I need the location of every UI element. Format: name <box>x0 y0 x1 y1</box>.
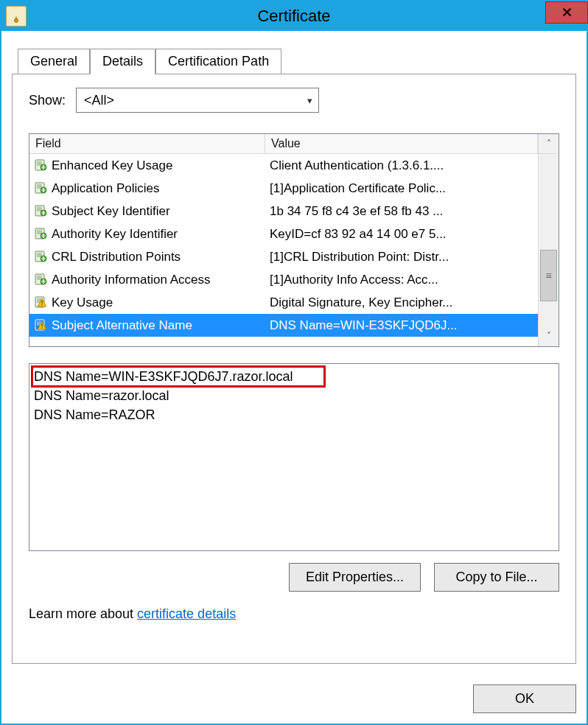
certificate-property-icon <box>32 296 50 309</box>
scroll-up-button[interactable]: ˄ <box>538 134 559 153</box>
certificate-app-icon <box>6 6 27 27</box>
fields-listbox: Field Value ˄ Enhanced Key UsageClient A… <box>29 133 559 347</box>
dialog-footer: OK <box>1 674 587 724</box>
table-row[interactable]: Subject Alternative NameDNS Name=WIN-E3S… <box>29 314 538 337</box>
svg-rect-44 <box>41 323 42 326</box>
table-row[interactable]: Application Policies[1]Application Certi… <box>29 177 538 200</box>
row-value: Digital Signature, Key Encipher... <box>265 295 538 310</box>
details-panel: Show: <All> ▾ Field Value ˄ Enhanced Key… <box>12 74 576 664</box>
row-field: Enhanced Key Usage <box>50 158 265 173</box>
table-row[interactable]: CRL Distribution Points[1]CRL Distributi… <box>29 245 538 268</box>
chevron-down-icon: ▾ <box>307 95 312 106</box>
certificate-property-icon <box>32 251 50 264</box>
rows-container: Enhanced Key UsageClient Authentication … <box>29 154 538 346</box>
table-row[interactable]: Key UsageDigital Signature, Key Encipher… <box>29 291 538 314</box>
column-value[interactable]: Value <box>265 134 538 153</box>
svg-rect-1 <box>15 17 17 20</box>
details-line: DNS Name=razor.local <box>34 386 554 405</box>
edit-properties-button[interactable]: Edit Properties... <box>289 563 421 592</box>
list-header: Field Value ˄ <box>29 134 559 154</box>
scrollbar-track[interactable]: ≡ <box>539 154 559 326</box>
vertical-scrollbar[interactable]: ≡ ˅ <box>538 154 559 346</box>
window-title: Certificate <box>1 7 587 26</box>
certificate-property-icon <box>32 228 50 241</box>
scroll-down-button[interactable]: ˅ <box>539 326 559 346</box>
certificate-property-icon <box>32 273 50 287</box>
table-row[interactable]: Authority Key IdentifierKeyID=cf 83 92 a… <box>29 223 538 245</box>
copy-to-file-button[interactable]: Copy to File... <box>434 563 559 592</box>
table-row[interactable]: Authority Information Access[1]Authority… <box>29 268 538 291</box>
titlebar: Certificate ✕ <box>1 1 587 31</box>
tab-certification-path[interactable]: Certification Path <box>155 49 281 74</box>
table-row[interactable]: Enhanced Key UsageClient Authentication … <box>29 154 538 177</box>
ok-button[interactable]: OK <box>473 684 576 713</box>
row-field: Key Usage <box>50 295 265 310</box>
show-label: Show: <box>29 93 66 108</box>
details-line: DNS Name=WIN-E3SKFJQD6J7.razor.local <box>34 367 554 386</box>
tab-general[interactable]: General <box>18 49 90 74</box>
learn-more: Learn more about certificate details <box>29 606 559 622</box>
certificate-property-icon <box>32 205 50 218</box>
certificate-property-icon <box>32 319 50 332</box>
row-value: Client Authentication (1.3.6.1.... <box>265 158 538 173</box>
close-button[interactable]: ✕ <box>545 1 588 24</box>
certificate-dialog: Certificate ✕ General Details Certificat… <box>0 0 588 725</box>
button-row: Edit Properties... Copy to File... <box>29 563 559 592</box>
column-field[interactable]: Field <box>29 134 265 153</box>
client-area: General Details Certification Path Show:… <box>1 31 587 674</box>
row-field: Authority Key Identifier <box>50 227 265 242</box>
show-select[interactable]: <All> ▾ <box>76 88 319 113</box>
table-row[interactable]: Subject Key Identifier1b 34 75 f8 c4 3e … <box>29 200 538 223</box>
svg-rect-37 <box>41 301 42 304</box>
row-value: [1]Authority Info Access: Acc... <box>265 273 538 287</box>
svg-rect-45 <box>41 327 42 328</box>
row-field: Subject Alternative Name <box>50 318 265 333</box>
row-field: Subject Key Identifier <box>50 204 265 219</box>
learn-more-prefix: Learn more about <box>29 606 137 621</box>
show-selected-value: <All> <box>84 93 114 108</box>
details-textbox[interactable]: DNS Name=WIN-E3SKFJQD6J7.razor.localDNS … <box>29 363 559 551</box>
svg-rect-38 <box>41 304 42 305</box>
tabstrip: General Details Certification Path <box>18 46 576 74</box>
certificate-details-link[interactable]: certificate details <box>137 606 236 621</box>
certificate-property-icon <box>32 182 50 195</box>
row-field: CRL Distribution Points <box>50 250 265 265</box>
certificate-property-icon <box>32 159 50 172</box>
scrollbar-thumb[interactable]: ≡ <box>540 250 557 301</box>
details-line: DNS Name=RAZOR <box>34 405 554 424</box>
tab-details[interactable]: Details <box>90 49 155 74</box>
show-row: Show: <All> ▾ <box>29 88 559 113</box>
row-value: KeyID=cf 83 92 a4 14 00 e7 5... <box>265 227 538 242</box>
details-lines: DNS Name=WIN-E3SKFJQD6J7.razor.localDNS … <box>34 367 554 424</box>
row-field: Authority Information Access <box>50 273 265 287</box>
close-icon: ✕ <box>561 4 573 21</box>
row-field: Application Policies <box>50 181 265 196</box>
row-value: [1]Application Certificate Polic... <box>265 181 538 196</box>
list-body: Enhanced Key UsageClient Authentication … <box>29 154 559 346</box>
row-value: DNS Name=WIN-E3SKFJQD6J... <box>265 318 538 333</box>
row-value: [1]CRL Distribution Point: Distr... <box>265 250 538 265</box>
row-value: 1b 34 75 f8 c4 3e ef 58 fb 43 ... <box>265 204 538 219</box>
